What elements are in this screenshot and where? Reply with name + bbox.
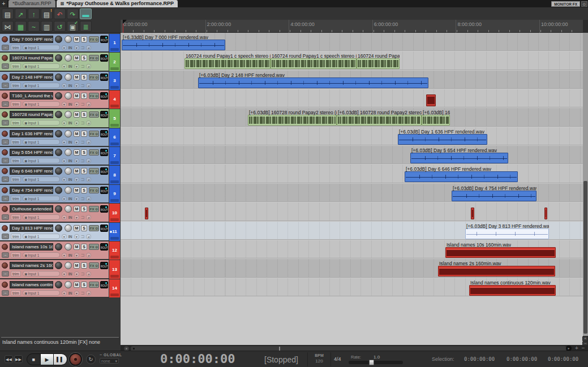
track-number[interactable]: 5 <box>109 109 120 128</box>
vertical-scrollbar-thumb[interactable] <box>583 181 587 334</box>
record-arm-button[interactable] <box>2 93 8 99</box>
trim-envelope-button[interactable]: trim <box>11 252 21 258</box>
pause-button[interactable]: ▌▌ <box>53 354 67 365</box>
media-item[interactable] <box>145 208 148 219</box>
monitor-dropdown-icon[interactable]: ▾ <box>74 177 79 182</box>
track-panel-1[interactable]: Day 7 000 HPF rendereMSFX ⊙ROUT~trim◙ In… <box>0 34 109 52</box>
track-number[interactable]: 2 <box>109 53 120 71</box>
crossfade-button[interactable]: ⋈ <box>2 21 14 32</box>
trim-envelope-button[interactable]: trim <box>11 139 21 145</box>
track-number[interactable]: 9 <box>109 185 120 203</box>
pan-knob[interactable] <box>55 205 62 213</box>
track-name[interactable]: Day 2 148 HPF rendere <box>10 74 53 81</box>
rate-slider[interactable] <box>349 361 403 364</box>
selection-end[interactable]: 0:00:00:00 <box>507 356 537 362</box>
input-selector[interactable]: ◙ Input 1 <box>23 45 60 50</box>
volume-knob[interactable] <box>65 149 72 156</box>
record-arm-button[interactable] <box>2 55 8 61</box>
monitor-fx-button[interactable]: MONITOR FX <box>551 1 580 7</box>
record-arm-button[interactable] <box>2 36 8 42</box>
solo-button[interactable]: S <box>81 244 87 250</box>
pan-knob[interactable] <box>55 111 62 118</box>
volume-knob[interactable] <box>65 262 72 269</box>
solo-button[interactable]: S <box>81 149 87 156</box>
track-panel-13[interactable]: Island names 2s 160miMSFX ⊙ROUT~trim◙ In… <box>0 260 109 279</box>
media-item[interactable]: Island names 10s 160min.wav <box>445 247 556 258</box>
envelope-button[interactable]: ~ <box>2 158 9 163</box>
global-automation-dropdown[interactable]: none ▾ <box>100 358 119 364</box>
fx-button[interactable]: FX ⊙ <box>89 225 99 231</box>
pan-knob[interactable] <box>55 149 62 156</box>
mute-button[interactable]: M <box>74 149 80 156</box>
phase-icon[interactable]: ⊐ <box>81 102 85 107</box>
track-panel-8[interactable]: Day 6 646 HPF rendereMSFX ⊙ROUT~trim◙ In… <box>0 166 109 184</box>
pan-knob[interactable] <box>55 187 62 194</box>
fx-bypass-icon[interactable]: ø <box>86 215 91 220</box>
monitor-dropdown-icon[interactable]: ▾ <box>74 215 79 220</box>
pan-knob[interactable] <box>55 36 62 43</box>
trim-envelope-button[interactable]: trim <box>11 45 21 50</box>
route-button[interactable]: ROUT <box>100 262 108 269</box>
envelope-button[interactable]: ~ <box>2 234 9 239</box>
project-settings-button[interactable]: ▤! <box>41 8 53 19</box>
mute-button[interactable]: M <box>74 206 80 212</box>
input-dropdown-icon[interactable]: ▾ <box>62 45 67 50</box>
volume-knob[interactable] <box>65 54 72 62</box>
monitor-dropdown-icon[interactable]: ▾ <box>74 234 79 239</box>
arrange-area[interactable]: [+6.33dB] Day 7 000 HPF rendered.wav1607… <box>121 33 583 345</box>
record-arm-button[interactable] <box>2 149 8 156</box>
track-name[interactable]: 160724 round Papay1 <box>10 54 53 62</box>
route-button[interactable]: ROUT <box>100 92 108 100</box>
pan-knob[interactable] <box>55 281 62 288</box>
trim-envelope-button[interactable]: trim <box>11 120 21 126</box>
envelope-button[interactable]: ~ <box>2 139 9 145</box>
media-item[interactable]: [+6.33dB] Day 7 000 HPF rendered.wav <box>122 40 225 50</box>
input-dropdown-icon[interactable]: ▾ <box>62 64 67 69</box>
route-button[interactable]: ROUT <box>100 281 108 288</box>
go-to-end-button[interactable]: ▶▶ <box>14 355 23 363</box>
fx-bypass-icon[interactable]: ø <box>86 45 91 50</box>
input-selector[interactable]: ◙ Input 1 <box>23 252 60 258</box>
track-name[interactable]: Island names continuo <box>10 281 53 288</box>
route-button[interactable]: ROUT <box>100 187 108 194</box>
bpm-display[interactable]: BPM 120 <box>307 352 331 366</box>
volume-knob[interactable] <box>65 243 72 251</box>
input-dropdown-icon[interactable]: ▾ <box>62 291 67 296</box>
track-name[interactable]: 160728 round Papay2 <box>10 111 53 118</box>
route-button[interactable]: ROUT <box>100 205 108 213</box>
pan-knob[interactable] <box>55 92 62 100</box>
input-selector[interactable]: ◙ Input 1 <box>23 234 60 239</box>
media-item[interactable]: [+6.03dB] Day 5 654 HPF rendered.wav <box>410 153 508 163</box>
mute-button[interactable]: M <box>74 187 80 193</box>
monitor-dropdown-icon[interactable]: ▾ <box>74 102 79 107</box>
mute-button[interactable]: M <box>74 282 80 288</box>
record-arm-button[interactable] <box>2 131 8 137</box>
monitor-dropdown-icon[interactable]: ▾ <box>74 271 79 277</box>
envelope-button[interactable]: ~ <box>2 214 9 220</box>
solo-button[interactable]: S <box>81 93 87 99</box>
track-number[interactable]: 10 <box>109 204 120 222</box>
fx-bypass-icon[interactable]: ø <box>86 140 91 145</box>
input-dropdown-icon[interactable]: ▾ <box>62 253 67 258</box>
phase-icon[interactable]: ⊐ <box>81 140 85 145</box>
record-arm-button[interactable] <box>2 187 8 193</box>
fx-button[interactable]: FX ⊙ <box>89 93 99 99</box>
arrange-track-lane[interactable] <box>121 146 583 164</box>
route-button[interactable]: ROUT <box>100 74 108 81</box>
track-name[interactable]: Day 6 646 HPF rendere <box>10 167 53 175</box>
fx-button[interactable]: FX ⊙ <box>89 36 99 42</box>
arrange-track-lane[interactable] <box>121 127 583 145</box>
fx-bypass-icon[interactable]: ø <box>86 291 91 296</box>
trim-envelope-button[interactable]: trim <box>11 101 21 107</box>
volume-knob[interactable] <box>65 36 72 43</box>
mute-button[interactable]: M <box>74 131 80 137</box>
media-item[interactable]: 160724 round Papay1 c speech stereo (ren… <box>357 58 400 69</box>
input-selector[interactable]: ◙ Input 1 <box>23 196 60 201</box>
play-button[interactable]: ▶ <box>40 354 54 365</box>
envelope-button[interactable]: ~ <box>2 290 9 296</box>
save-project-button[interactable]: ↑ <box>28 8 40 19</box>
fx-bypass-icon[interactable]: ø <box>86 120 91 126</box>
solo-button[interactable]: S <box>81 36 87 42</box>
stop-button[interactable]: ■ <box>27 354 40 365</box>
media-item[interactable]: Island names continuous 120min.wav <box>469 285 556 296</box>
